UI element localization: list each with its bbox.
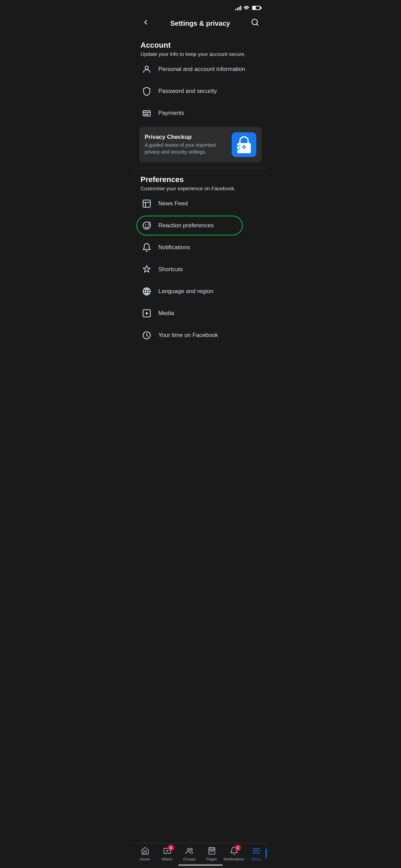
newsfeed-label: News Feed [158, 200, 188, 207]
back-button[interactable] [141, 17, 151, 29]
shortcuts-label: Shortcuts [158, 266, 183, 273]
privacy-checkup-card[interactable]: Privacy Checkup A guided review of your … [139, 127, 262, 162]
sidebar-item-newsfeed[interactable]: News Feed [134, 193, 267, 215]
sidebar-item-notifications-pref[interactable]: Notifications [134, 237, 267, 258]
timeon-label: Your time on Facebook [158, 332, 218, 339]
search-button[interactable] [250, 17, 260, 30]
sidebar-item-shortcuts[interactable]: Shortcuts [134, 258, 267, 280]
svg-marker-15 [146, 312, 148, 315]
language-label: Language and region [158, 288, 214, 295]
status-bar [134, 0, 267, 13]
section-divider [134, 168, 267, 168]
page-title: Settings & privacy [170, 20, 230, 27]
sidebar-item-personal[interactable]: Personal and account information [134, 58, 267, 80]
reaction-icon [141, 219, 153, 232]
person-icon [141, 63, 153, 75]
account-title: Account [141, 41, 260, 50]
svg-point-11 [145, 224, 146, 225]
sidebar-item-language[interactable]: Language and region [134, 280, 267, 302]
svg-point-2 [145, 66, 148, 69]
sidebar-item-reaction[interactable]: Reaction preferences [134, 215, 267, 237]
privacy-card-icon [232, 132, 256, 157]
account-subtitle: Update your info to keep your account se… [141, 51, 260, 57]
battery-icon [252, 6, 260, 10]
sidebar-item-payments[interactable]: Payments [134, 102, 267, 124]
account-section-header: Account Update your info to keep your ac… [134, 35, 267, 58]
preferences-subtitle: Customise your experience on Facebook. [141, 185, 260, 191]
globe-icon [141, 285, 153, 298]
bell-icon [141, 241, 153, 254]
privacy-card-title: Privacy Checkup [145, 134, 223, 141]
password-label: Password and security [158, 88, 217, 95]
sidebar-item-timeon[interactable]: Your time on Facebook [134, 324, 267, 346]
clock-icon [141, 329, 153, 341]
signal-icon [235, 5, 241, 10]
svg-rect-7 [143, 200, 150, 207]
shortcuts-icon [141, 263, 153, 276]
header: Settings & privacy [134, 13, 267, 35]
reaction-label: Reaction preferences [158, 222, 214, 229]
svg-point-12 [147, 224, 148, 225]
preferences-section-header: Preferences Customise your experience on… [134, 170, 267, 193]
media-label: Media [158, 310, 174, 317]
shield-icon [141, 85, 153, 97]
notifications-pref-label: Notifications [158, 244, 190, 251]
payments-label: Payments [158, 110, 184, 117]
svg-line-1 [257, 24, 258, 25]
svg-rect-3 [143, 111, 150, 116]
sidebar-item-password[interactable]: Password and security [134, 80, 267, 102]
newsfeed-icon [141, 197, 153, 210]
preferences-title: Preferences [141, 175, 260, 184]
payments-icon [141, 107, 153, 119]
privacy-card-text: Privacy Checkup A guided review of your … [145, 134, 223, 155]
content: Account Update your info to keep your ac… [134, 35, 267, 374]
wifi-icon [243, 5, 250, 11]
media-icon [141, 307, 153, 320]
sidebar-item-media[interactable]: Media [134, 302, 267, 324]
personal-label: Personal and account information [158, 66, 245, 73]
privacy-card-description: A guided review of your important privac… [145, 142, 223, 155]
